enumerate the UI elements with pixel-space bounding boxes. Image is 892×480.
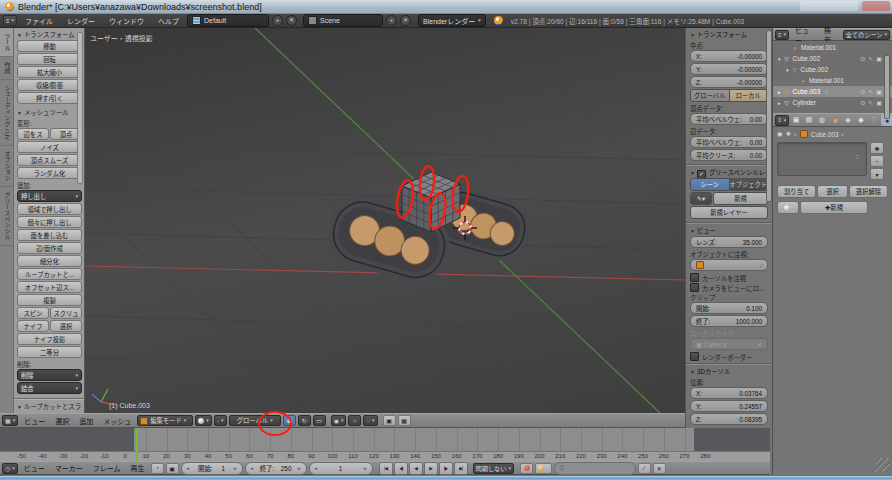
window-resize-grip[interactable] bbox=[875, 458, 889, 472]
editor-type-info-icon[interactable]: ≡▾ bbox=[3, 15, 17, 26]
edge-slide-button[interactable]: 辺をス bbox=[17, 128, 49, 140]
tool-shelf-scrollbar[interactable] bbox=[77, 32, 83, 184]
shading-dropdown[interactable]: ▾ bbox=[195, 415, 212, 426]
panel-header-meshtools[interactable]: ▼メッシュツール bbox=[17, 108, 82, 118]
close-button-ghost[interactable] bbox=[862, 1, 890, 11]
jump-to-end-button[interactable]: ▶| bbox=[454, 462, 468, 475]
subdivide-button[interactable]: 細分化 bbox=[17, 255, 82, 267]
insert-keyframes-icon[interactable]: ∕ bbox=[638, 463, 651, 474]
tab-create[interactable]: 作成 bbox=[0, 57, 13, 80]
menu-mesh[interactable]: メッシュ bbox=[99, 416, 135, 426]
clip-start-field[interactable]: 開始:0.100 bbox=[690, 302, 768, 314]
render-engine-selector[interactable]: Blenderレンダー ▾ bbox=[418, 14, 486, 27]
tab-grease-pencil[interactable]: グリースペンシル bbox=[0, 187, 13, 246]
scale-button[interactable]: 拡大縮小 bbox=[17, 66, 82, 78]
outliner-row-object[interactable]: ▸ ▽Cylinder ⊙↖▣ bbox=[773, 97, 892, 108]
delete-dropdown[interactable]: 削除▾ bbox=[17, 369, 82, 381]
spin-button[interactable]: スピン bbox=[17, 307, 49, 319]
tab-scene[interactable]: ▤ bbox=[803, 114, 815, 126]
lock-cursor-checkbox[interactable]: カーソルを注視 bbox=[690, 273, 768, 282]
play-button[interactable]: ▶ bbox=[424, 462, 438, 475]
edge-crease-field[interactable]: 平均クリース:0.00 bbox=[690, 149, 768, 161]
timeline-track[interactable] bbox=[0, 428, 770, 451]
tab-render[interactable]: ▣ bbox=[790, 114, 802, 126]
preview-range-icon[interactable]: ◔ bbox=[151, 463, 164, 474]
menu-window[interactable]: ウィンドウ bbox=[103, 16, 150, 26]
lens-field[interactable]: レンズ:35.000 bbox=[690, 236, 768, 248]
panel-header-transform[interactable]: ▼トランスフォーム bbox=[17, 30, 82, 40]
knife-select-button[interactable]: 選択 bbox=[50, 320, 82, 332]
clip-end-field[interactable]: 終了:1000.000 bbox=[690, 315, 768, 327]
knife-button[interactable]: ナイフ bbox=[17, 320, 49, 332]
tab-object[interactable]: ■ bbox=[829, 114, 841, 126]
current-frame-field[interactable]: ◂1▸ bbox=[309, 462, 373, 475]
tab-tools[interactable]: ツール bbox=[0, 28, 13, 57]
noise-button[interactable]: ノイズ bbox=[17, 141, 82, 153]
panel-header-3d-cursor[interactable]: ▼3Dカーソル bbox=[690, 367, 768, 377]
cursor-x-field[interactable]: X:0.03764 bbox=[690, 387, 768, 399]
lock-object-field[interactable]: ∕ bbox=[690, 259, 768, 271]
select-mode-dropdown[interactable]: ◦▾ bbox=[214, 415, 227, 426]
snap-magnet-icon[interactable]: ∩ bbox=[348, 415, 361, 426]
offset-edge-slide-button[interactable]: オフセット辺ス... bbox=[17, 281, 82, 293]
tab-mesh-data[interactable]: ▽ bbox=[868, 114, 880, 126]
editor-type-properties-icon[interactable]: ≡▾ bbox=[775, 115, 789, 126]
local-toggle[interactable]: ローカル bbox=[730, 89, 769, 102]
render-border-checkbox[interactable]: レンダーボーダー bbox=[690, 352, 768, 361]
tab-constraints[interactable]: ◈ bbox=[842, 114, 854, 126]
duplicate-button[interactable]: 複製 bbox=[17, 294, 82, 306]
visibility-eye-icon[interactable]: ⊙ bbox=[860, 99, 865, 106]
panel-header-transform[interactable]: ▼トランスフォーム bbox=[690, 30, 768, 40]
frame-start-field[interactable]: ◂開始:1▸ bbox=[181, 462, 243, 475]
add-scene-button[interactable]: + bbox=[386, 15, 397, 26]
extrude-dropdown[interactable]: 押し出し▾ bbox=[17, 190, 82, 202]
render-camera-icon[interactable]: ▣ bbox=[876, 55, 882, 62]
next-keyframe-button[interactable]: |▶ bbox=[439, 462, 453, 475]
windows-taskbar-edge[interactable] bbox=[0, 475, 892, 480]
selectable-arrow-icon[interactable]: ↖ bbox=[868, 99, 873, 106]
material-browse-dropdown[interactable]: ▾ bbox=[777, 201, 799, 214]
delete-layout-button[interactable]: ✕ bbox=[286, 15, 297, 26]
visibility-eye-icon[interactable]: ⊙ bbox=[860, 88, 865, 95]
playhead[interactable] bbox=[136, 428, 138, 461]
menu-render[interactable]: レンダー bbox=[61, 16, 101, 26]
active-keying-set-field[interactable]: ⚿ bbox=[554, 462, 636, 475]
screw-button[interactable]: スクリュ bbox=[50, 307, 82, 319]
tab-world[interactable]: ◍ bbox=[816, 114, 828, 126]
editor-type-3dview-icon[interactable]: ▦▾ bbox=[2, 415, 18, 426]
panel-header-grease-pencil[interactable]: ▼✓グリースペンシルレイ bbox=[690, 168, 768, 178]
randomize-button[interactable]: ランダム化 bbox=[17, 167, 82, 179]
knife-project-button[interactable]: ナイフ投影 bbox=[17, 333, 82, 345]
frame-end-field[interactable]: ◂終了:250▸ bbox=[245, 462, 307, 475]
panel-header-loopcut[interactable]: ▼ループカットとスラ bbox=[17, 402, 82, 412]
translate-button[interactable]: 移動 bbox=[17, 40, 82, 52]
lock-camera-checkbox[interactable]: カメラをビューにロ... bbox=[690, 283, 768, 292]
assign-button[interactable]: 割り当て bbox=[777, 185, 816, 198]
push-pull-button[interactable]: 押す/引く bbox=[17, 92, 82, 104]
outliner-row-meshdata[interactable]: ▾ ▽Cube.002 bbox=[773, 64, 892, 75]
manipulator-rotate-icon[interactable]: ↻ bbox=[298, 415, 311, 426]
timeline-menu-playback[interactable]: 再生 bbox=[127, 463, 149, 473]
timeline-menu-view[interactable]: ビュー bbox=[20, 463, 49, 473]
eyedropper-icon[interactable]: ∕ bbox=[761, 262, 762, 269]
outliner-scrollbar[interactable] bbox=[884, 55, 890, 119]
vertex-smooth-button[interactable]: 頂点スムーズ bbox=[17, 154, 82, 166]
slot-specials-dropdown[interactable]: ▾ bbox=[870, 168, 884, 180]
extrude-individual-button[interactable]: 個々に押し出し bbox=[17, 216, 82, 228]
panel-header-view[interactable]: ▼ビュー bbox=[690, 226, 768, 236]
gp-draw-dropdown[interactable]: ✎▾ bbox=[690, 192, 712, 205]
jump-to-start-button[interactable]: |◀ bbox=[379, 462, 393, 475]
visibility-eye-icon[interactable]: ⊙ bbox=[860, 55, 865, 62]
bisect-button[interactable]: 二等分 bbox=[17, 346, 82, 358]
inset-faces-button[interactable]: 面を差し込む bbox=[17, 229, 82, 241]
checkbox-checked-icon[interactable]: ✓ bbox=[697, 170, 706, 178]
outliner-row-material[interactable]: ●Material.001 bbox=[773, 42, 892, 53]
opengl-render-icon[interactable]: ▣ bbox=[383, 415, 396, 426]
tab-options[interactable]: オプション bbox=[0, 146, 13, 187]
shrink-fatten-button[interactable]: 収縮/膨張 bbox=[17, 79, 82, 91]
delete-keyframes-icon[interactable]: ✕ bbox=[653, 463, 666, 474]
editor-type-outliner-icon[interactable]: ≡▾ bbox=[775, 30, 789, 40]
select-button[interactable]: 選択 bbox=[817, 185, 848, 198]
expander-icon[interactable]: ▾ bbox=[778, 56, 781, 62]
menu-select[interactable]: 選択 bbox=[51, 416, 73, 426]
